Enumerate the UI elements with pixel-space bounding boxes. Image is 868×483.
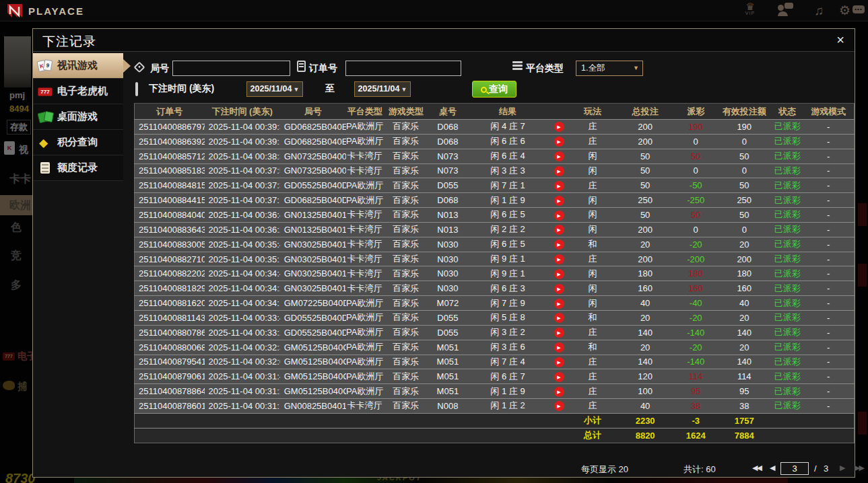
query-button[interactable]: 查询 (472, 81, 516, 98)
cell-valid-bet: 0 (716, 134, 772, 149)
customer-service-icon[interactable] (778, 5, 788, 16)
order-number-input[interactable] (345, 61, 461, 76)
cell-video: ▶ (548, 149, 570, 163)
cell-platform: 卡卡湾厅 (346, 149, 384, 163)
play-video-icon[interactable]: ▶ (554, 342, 564, 352)
cell-video: ▶ (548, 193, 570, 208)
table-games-icon (37, 109, 55, 125)
play-video-icon[interactable]: ▶ (554, 357, 564, 367)
date-from-picker[interactable]: 2025/11/04▼ (246, 81, 303, 97)
play-video-icon[interactable]: ▶ (554, 122, 564, 132)
cell-game-mode: - (803, 355, 854, 369)
cell-payout: 190 (675, 120, 716, 135)
play-video-icon[interactable]: ▶ (554, 225, 564, 235)
cell-payout: 50 (675, 208, 716, 223)
sum-total-bet: 8820 (615, 428, 675, 443)
sidebar-item-live-games[interactable]: K9 视讯游戏 (33, 53, 123, 79)
play-video-icon[interactable]: ▶ (554, 328, 564, 338)
last-page-button[interactable]: ▶▶ (855, 463, 863, 472)
table-header: 订单号下注时间 (美东)局号平台类型游戏类型桌号结果玩法总投注派彩有效投注额状态… (135, 104, 855, 120)
cell-payout: 180 (675, 266, 716, 281)
cell-result: 闲 5 庄 8 (467, 310, 548, 325)
cell-status: 已派彩 (772, 208, 803, 223)
total-count-label: 共计: 60 (683, 463, 716, 476)
cell-total-bet: 160 (615, 281, 675, 296)
cell-total-bet: 120 (615, 369, 675, 384)
cell-round-number: GM05125B040GP (280, 384, 346, 399)
calendar-icon (135, 82, 138, 96)
platform-type-select[interactable]: 1.全部 ▼ (576, 61, 643, 76)
to-label: 至 (325, 83, 335, 95)
cell-order-number: 251104008830056 (135, 237, 205, 252)
cell-game-type: 百家乐 (384, 208, 428, 223)
cell-game-mode: - (803, 237, 854, 252)
prev-page-button[interactable]: ◀ (770, 463, 774, 472)
cell-total-bet: 200 (615, 134, 675, 149)
sidebar-item-label: 电子老虎机 (57, 85, 108, 98)
column-header: 有效投注额 (716, 104, 772, 120)
page-number-input[interactable]: 3 (780, 462, 809, 475)
cell-round-number: GM07225B040DX (280, 296, 346, 311)
cell-table-number: M072 (428, 296, 467, 311)
first-page-button[interactable]: ◀◀ (752, 463, 761, 472)
play-video-icon[interactable]: ▶ (554, 137, 564, 147)
chat-bubble-icon[interactable]: ••• (853, 5, 865, 13)
cell-game-type: 百家乐 (384, 222, 428, 237)
cell-play-type: 庄 (570, 325, 615, 340)
cell-valid-bet: 50 (716, 149, 772, 163)
play-video-icon[interactable]: ▶ (554, 372, 564, 382)
play-video-icon[interactable]: ▶ (554, 269, 564, 279)
cell-platform: 卡卡湾厅 (346, 222, 384, 237)
cell-video: ▶ (548, 222, 570, 237)
date-to-picker[interactable]: 2025/11/04▼ (354, 81, 411, 97)
cell-game-mode: - (803, 340, 854, 355)
play-video-icon[interactable]: ▶ (554, 196, 564, 206)
table-row: 2511040088679702025-11-04 00:39:38GD0682… (135, 120, 855, 135)
cell-game-mode: - (803, 266, 854, 281)
cell-game-mode: - (803, 134, 854, 149)
play-video-icon[interactable]: ▶ (554, 313, 564, 323)
sidebar-item-points-query[interactable]: ◆ 积分查询 (33, 130, 123, 155)
column-header: 游戏类型 (384, 104, 428, 120)
sidebar-item-slots[interactable]: 777 电子老虎机 (33, 79, 123, 104)
sum-label: 总计 (570, 428, 615, 443)
table-row: 2511040088162032025-11-04 00:34:14GM0722… (135, 296, 855, 311)
music-icon[interactable]: ♫ (814, 3, 824, 19)
cell-result: 闲 6 庄 3 (467, 281, 548, 296)
next-page-button[interactable]: ▶ (840, 463, 844, 472)
sum-total-bet: 2230 (615, 413, 675, 428)
cell-result: 闲 7 庄 9 (467, 296, 548, 311)
round-number-label: 局号 (150, 63, 169, 75)
cell-table-number: M051 (428, 384, 467, 399)
play-video-icon[interactable]: ▶ (554, 239, 564, 250)
play-video-icon[interactable]: ▶ (554, 254, 564, 264)
play-video-icon[interactable]: ▶ (554, 166, 564, 176)
column-header: 平台类型 (346, 104, 384, 120)
play-video-icon[interactable]: ▶ (554, 284, 564, 294)
sidebar-item-quota-records[interactable]: 额度记录 (33, 155, 123, 181)
cell-total-bet: 20 (615, 237, 675, 252)
cell-result: 闲 7 庄 4 (467, 355, 548, 369)
play-video-icon[interactable]: ▶ (554, 387, 564, 397)
play-video-icon[interactable]: ▶ (554, 151, 564, 161)
play-video-icon[interactable]: ▶ (554, 299, 564, 309)
play-video-icon[interactable]: ▶ (554, 401, 564, 411)
vip-icon[interactable]: ♛VIP (739, 3, 762, 17)
cell-payout: 0 (675, 134, 716, 149)
close-icon[interactable]: × (833, 32, 848, 47)
cell-platform: PA欧洲厅 (346, 325, 384, 340)
play-video-icon[interactable]: ▶ (554, 181, 564, 191)
cell-play-type: 闲 (570, 208, 615, 223)
cell-payout: -20 (675, 340, 716, 355)
column-header: 桌号 (428, 104, 467, 120)
round-number-input[interactable] (172, 61, 290, 76)
table-row: 2511040088404042025-11-04 00:36:48GN0132… (135, 208, 855, 223)
document-icon (37, 160, 55, 176)
sidebar-item-table-games[interactable]: 桌面游戏 (33, 104, 123, 130)
settings-gear-icon[interactable]: ⚙ (839, 3, 850, 19)
cell-video: ▶ (548, 310, 570, 325)
cell-video: ▶ (548, 340, 570, 355)
order-number-label: 订单号 (309, 63, 337, 75)
play-video-icon[interactable]: ▶ (554, 211, 564, 221)
cell-video: ▶ (548, 281, 570, 296)
